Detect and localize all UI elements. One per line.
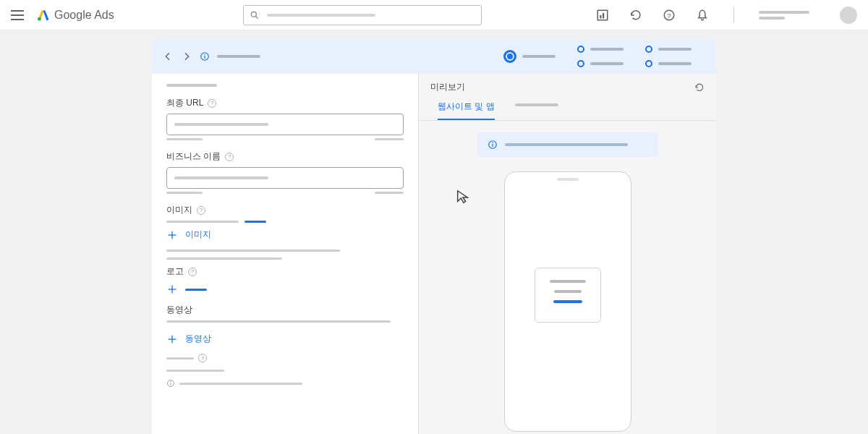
- business-name-input[interactable]: [166, 167, 404, 189]
- google-ads-logo-icon: [37, 9, 50, 22]
- header-actions: ?: [596, 7, 857, 24]
- form-panel: 최종 URL ? 비즈니스 이름 ? 이미지 ?: [152, 74, 418, 434]
- svg-point-22: [492, 142, 493, 143]
- svg-rect-5: [603, 13, 604, 19]
- business-name-label: 비즈니스 이름: [166, 150, 221, 163]
- svg-rect-4: [600, 15, 601, 19]
- app-header: Google Ads ?: [0, 0, 868, 30]
- stepper-bar: [152, 39, 716, 74]
- tab-website-app[interactable]: 웹사이트 및 앱: [438, 101, 495, 120]
- cursor-icon: [455, 189, 471, 205]
- final-url-label: 최종 URL: [166, 97, 203, 109]
- svg-point-19: [170, 381, 171, 382]
- notifications-icon[interactable]: [696, 9, 709, 22]
- help-icon[interactable]: ?: [663, 9, 676, 22]
- plus-icon: [166, 229, 178, 241]
- tab-other[interactable]: [515, 101, 558, 120]
- account-switcher[interactable]: [759, 11, 809, 20]
- plus-icon: [166, 333, 178, 345]
- back-icon[interactable]: [162, 51, 174, 62]
- svg-point-0: [38, 17, 41, 20]
- step-4[interactable]: [645, 46, 692, 53]
- help-icon[interactable]: ?: [188, 268, 197, 276]
- plus-icon: [166, 284, 178, 295]
- help-icon[interactable]: ?: [198, 354, 207, 362]
- help-icon[interactable]: ?: [225, 153, 234, 161]
- preview-panel: 미리보기 웹사이트 및 앱: [418, 74, 716, 434]
- video-label: 동영상: [166, 304, 192, 316]
- phone-preview: [504, 171, 631, 432]
- svg-point-1: [251, 12, 256, 17]
- main-content: 최종 URL ? 비즈니스 이름 ? 이미지 ?: [152, 39, 716, 434]
- avatar[interactable]: [840, 7, 857, 24]
- app-logo[interactable]: Google Ads: [37, 9, 114, 22]
- step-2[interactable]: [577, 46, 624, 53]
- reports-icon[interactable]: [596, 9, 609, 22]
- search-icon: [250, 10, 260, 20]
- logo-label: 로고: [166, 265, 184, 278]
- step-5[interactable]: [645, 60, 692, 67]
- breadcrumb: [217, 55, 260, 58]
- ad-preview-card: [535, 268, 601, 323]
- logo-text: Google Ads: [54, 9, 114, 22]
- image-label: 이미지: [166, 204, 192, 216]
- svg-point-10: [204, 54, 205, 55]
- preview-title: 미리보기: [430, 81, 465, 93]
- help-icon[interactable]: ?: [208, 99, 216, 108]
- menu-icon[interactable]: [11, 10, 24, 20]
- forward-icon[interactable]: [181, 51, 192, 62]
- step-current[interactable]: [503, 46, 556, 67]
- help-icon[interactable]: ?: [197, 206, 205, 215]
- svg-line-2: [256, 16, 258, 18]
- search-input[interactable]: [243, 5, 482, 25]
- info-icon: [166, 379, 175, 388]
- add-image-button[interactable]: 이미지: [166, 229, 404, 241]
- refresh-icon[interactable]: [694, 82, 705, 93]
- info-banner: [477, 132, 658, 157]
- preview-tabs: 웹사이트 및 앱: [419, 93, 716, 121]
- refresh-icon[interactable]: [629, 9, 642, 22]
- add-logo-button[interactable]: [166, 284, 404, 295]
- info-icon: [488, 140, 498, 150]
- info-icon[interactable]: [200, 51, 210, 61]
- final-url-input[interactable]: [166, 114, 404, 135]
- svg-text:?: ?: [667, 11, 671, 19]
- add-video-button[interactable]: 동영상: [166, 333, 404, 345]
- step-3[interactable]: [577, 60, 624, 67]
